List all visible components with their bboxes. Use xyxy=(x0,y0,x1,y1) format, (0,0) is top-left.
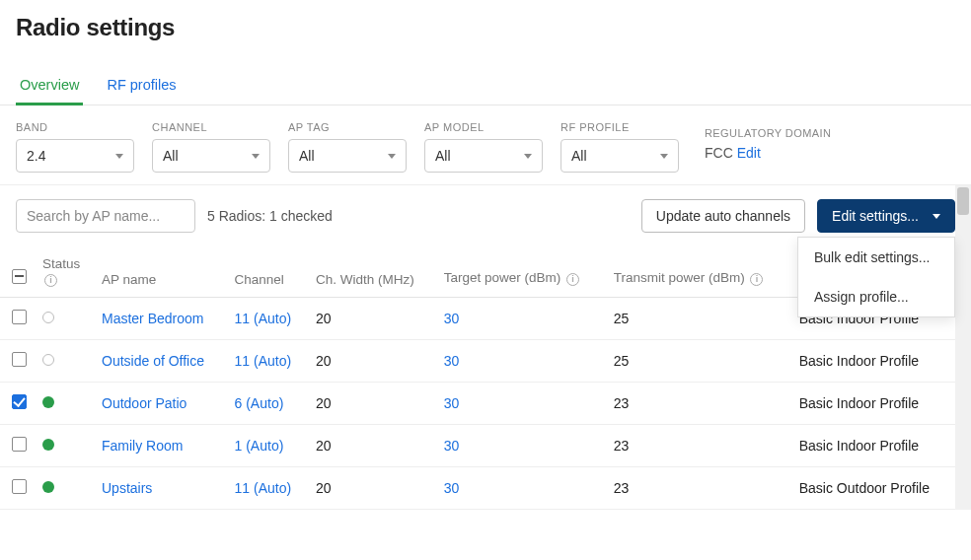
radio-count-text: 5 Radios: 1 checked xyxy=(207,208,333,224)
table-row: Family Room1 (Auto)203023Basic Indoor Pr… xyxy=(0,424,955,466)
col-targetpower[interactable]: Target power (dBm) xyxy=(444,270,561,285)
ch-width-cell: 20 xyxy=(308,297,436,339)
toolbar: 5 Radios: 1 checked Update auto channels… xyxy=(0,185,971,246)
row-checkbox[interactable] xyxy=(12,310,27,324)
target-power-link[interactable]: 30 xyxy=(444,353,460,369)
filter-channel-value: All xyxy=(163,148,179,164)
filter-rfprofile-value: All xyxy=(571,148,587,164)
ch-width-cell: 20 xyxy=(308,339,436,382)
ch-width-cell: 20 xyxy=(308,382,436,424)
transmit-power-cell: 23 xyxy=(606,382,791,424)
tab-rf-profiles[interactable]: RF profiles xyxy=(103,67,180,105)
status-indicator xyxy=(42,354,54,366)
transmit-power-cell: 25 xyxy=(606,297,791,339)
table-row: Outside of Office11 (Auto)203025Basic In… xyxy=(0,339,955,382)
filter-band-value: 2.4 xyxy=(27,148,45,164)
col-chwidth[interactable]: Ch. Width (MHz) xyxy=(308,246,436,297)
row-checkbox[interactable] xyxy=(12,352,27,367)
info-icon[interactable]: i xyxy=(44,274,57,287)
tab-overview[interactable]: Overview xyxy=(16,67,83,105)
ch-width-cell: 20 xyxy=(308,424,436,466)
rf-profile-cell: Basic Outdoor Profile xyxy=(791,466,955,509)
filter-channel-label: CHANNEL xyxy=(152,121,270,133)
tabs: Overview RF profiles xyxy=(0,67,971,105)
channel-link[interactable]: 6 (Auto) xyxy=(235,395,284,411)
edit-settings-label: Edit settings... xyxy=(832,208,919,224)
table-row: Outdoor Patio6 (Auto)203023Basic Indoor … xyxy=(0,382,955,424)
filter-aptag-label: AP TAG xyxy=(288,121,407,133)
channel-link[interactable]: 11 (Auto) xyxy=(235,353,292,369)
chevron-down-icon xyxy=(933,214,940,219)
menu-bulk-edit[interactable]: Bulk edit settings... xyxy=(798,238,954,277)
status-indicator xyxy=(42,312,54,323)
channel-link[interactable]: 11 (Auto) xyxy=(235,480,292,496)
filter-channel-select[interactable]: All xyxy=(152,139,270,173)
filter-aptag-value: All xyxy=(299,148,315,164)
row-checkbox[interactable] xyxy=(12,394,27,409)
scrollbar[interactable] xyxy=(955,185,971,510)
filters-row: BAND 2.4 CHANNEL All AP TAG All AP MODEL… xyxy=(0,105,971,184)
row-checkbox[interactable] xyxy=(12,437,27,452)
target-power-link[interactable]: 30 xyxy=(444,438,460,454)
info-icon[interactable]: i xyxy=(750,273,763,286)
search-input[interactable] xyxy=(16,199,195,233)
ch-width-cell: 20 xyxy=(308,466,436,509)
edit-settings-button[interactable]: Edit settings... xyxy=(817,199,955,233)
reg-domain-value: FCC xyxy=(705,145,733,161)
chevron-down-icon xyxy=(252,154,260,159)
update-auto-channels-button[interactable]: Update auto channels xyxy=(641,199,805,233)
filter-rfprofile-select[interactable]: All xyxy=(560,139,679,173)
page-title: Radio settings xyxy=(0,0,971,49)
ap-name-link[interactable]: Outdoor Patio xyxy=(102,395,187,411)
target-power-link[interactable]: 30 xyxy=(444,311,460,326)
target-power-link[interactable]: 30 xyxy=(444,395,460,411)
info-icon[interactable]: i xyxy=(566,273,579,286)
filter-band-label: BAND xyxy=(16,121,134,133)
col-apname[interactable]: AP name xyxy=(94,246,227,297)
filter-rfprofile-label: RF PROFILE xyxy=(560,121,679,133)
scrollbar-thumb[interactable] xyxy=(957,187,969,215)
chevron-down-icon xyxy=(524,154,532,159)
transmit-power-cell: 23 xyxy=(606,424,791,466)
status-indicator xyxy=(42,481,54,493)
status-indicator xyxy=(42,396,54,408)
ap-name-link[interactable]: Outside of Office xyxy=(102,353,204,369)
table-row: Upstairs11 (Auto)203023Basic Outdoor Pro… xyxy=(0,466,955,509)
reg-domain-edit-link[interactable]: Edit xyxy=(737,145,761,161)
col-status[interactable]: Status xyxy=(42,256,80,271)
status-indicator xyxy=(42,439,54,451)
filter-band-select[interactable]: 2.4 xyxy=(16,139,134,173)
ap-name-link[interactable]: Master Bedroom xyxy=(102,311,203,326)
channel-link[interactable]: 1 (Auto) xyxy=(235,438,284,454)
ap-name-link[interactable]: Upstairs xyxy=(102,480,152,496)
filter-aptag-select[interactable]: All xyxy=(288,139,407,173)
channel-link[interactable]: 11 (Auto) xyxy=(235,311,292,326)
rf-profile-cell: Basic Indoor Profile xyxy=(791,382,955,424)
rf-profile-cell: Basic Indoor Profile xyxy=(791,424,955,466)
edit-settings-menu: Bulk edit settings... Assign profile... xyxy=(797,237,955,317)
row-checkbox[interactable] xyxy=(12,479,27,494)
content-area: 5 Radios: 1 checked Update auto channels… xyxy=(0,184,971,510)
filter-apmodel-select[interactable]: All xyxy=(424,139,543,173)
filter-apmodel-value: All xyxy=(435,148,451,164)
transmit-power-cell: 23 xyxy=(606,466,791,509)
filter-apmodel-label: AP MODEL xyxy=(424,121,543,133)
chevron-down-icon xyxy=(660,154,668,159)
reg-domain-label: REGULATORY DOMAIN xyxy=(705,127,831,139)
rf-profile-cell: Basic Indoor Profile xyxy=(791,339,955,382)
select-all-checkbox[interactable] xyxy=(12,269,27,284)
target-power-link[interactable]: 30 xyxy=(444,480,460,496)
transmit-power-cell: 25 xyxy=(606,339,791,382)
col-channel[interactable]: Channel xyxy=(227,246,308,297)
chevron-down-icon xyxy=(115,154,123,159)
menu-assign-profile[interactable]: Assign profile... xyxy=(798,277,954,316)
col-transmitpower[interactable]: Transmit power (dBm) xyxy=(614,270,745,285)
chevron-down-icon xyxy=(388,154,396,159)
ap-name-link[interactable]: Family Room xyxy=(102,438,183,454)
